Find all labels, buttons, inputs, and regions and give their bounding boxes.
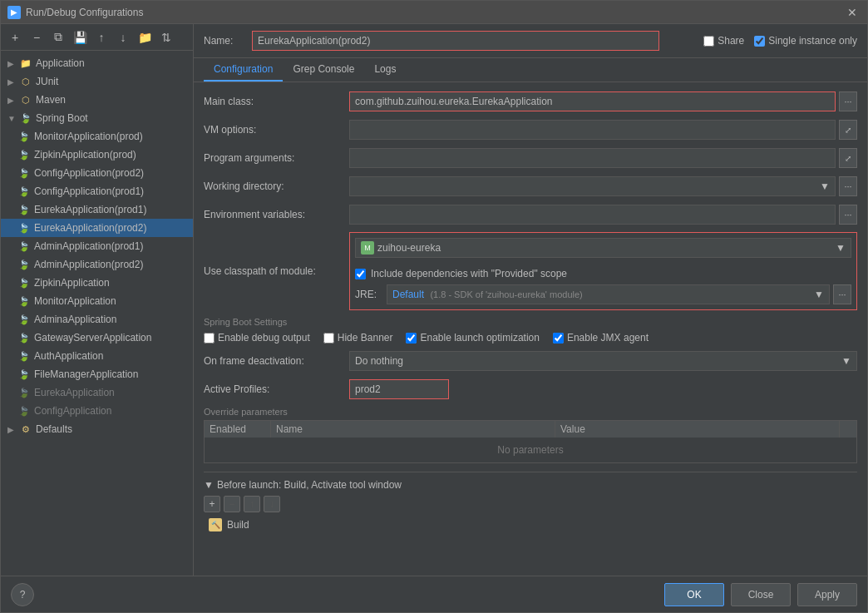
- tree-arrow: ▶: [7, 59, 19, 68]
- tree-item-defaults[interactable]: ▶ ⚙ Defaults: [1, 420, 193, 438]
- close-button[interactable]: Close: [731, 583, 791, 606]
- override-header: Override parameters: [204, 407, 857, 417]
- working-dir-row: Working directory: ▼ ···: [204, 175, 857, 197]
- module-select[interactable]: M zuihou-eureka ▼: [355, 238, 851, 258]
- close-button[interactable]: ✕: [844, 4, 861, 21]
- program-args-expand-button[interactable]: ⤢: [839, 148, 857, 168]
- enable-launch-label[interactable]: Enable launch optimization: [406, 332, 539, 344]
- main-class-browse-button[interactable]: ···: [839, 91, 857, 111]
- tree-item-config-disabled[interactable]: 🍃 ConfigApplication: [1, 402, 193, 420]
- move-down-button[interactable]: ↓: [114, 28, 132, 47]
- enable-jmx-text: Enable JMX agent: [567, 332, 649, 344]
- name-input[interactable]: [252, 31, 659, 51]
- module-icon: M: [361, 241, 374, 255]
- on-frame-select[interactable]: Do nothing ▼: [349, 351, 857, 371]
- tree-item-zipkin[interactable]: 🍃 ZipkinApplication: [1, 274, 193, 292]
- tree-item-config-prod1[interactable]: 🍃 ConfigApplication(prod1): [1, 182, 193, 200]
- hide-banner-label[interactable]: Hide Banner: [323, 332, 393, 344]
- tree-item-label: Spring Boot: [36, 112, 88, 124]
- share-checkbox[interactable]: [703, 36, 714, 47]
- params-thead: Enabled Name Value: [205, 421, 856, 438]
- program-args-input[interactable]: [349, 148, 836, 168]
- single-instance-checkbox-row[interactable]: Single instance only: [754, 35, 857, 47]
- tree-item-zipkin-prod[interactable]: 🍃 ZipkinApplication(prod): [1, 146, 193, 164]
- include-deps-row[interactable]: Include dependencies with "Provided" sco…: [355, 268, 851, 279]
- module-name: zuihou-eureka: [377, 242, 441, 254]
- env-vars-browse-button[interactable]: ···: [839, 205, 857, 225]
- tree-item-filemanager[interactable]: 🍃 FileManagerApplication: [1, 365, 193, 383]
- vm-options-input[interactable]: [349, 120, 836, 140]
- env-vars-input[interactable]: [349, 205, 836, 225]
- name-label: Name:: [204, 35, 245, 47]
- move-up-button[interactable]: ↑: [92, 28, 111, 47]
- ok-button[interactable]: OK: [664, 583, 724, 606]
- tree-item-admina[interactable]: 🍃 AdminaApplication: [1, 310, 193, 329]
- override-section: Override parameters Enabled Name Value N…: [204, 407, 857, 463]
- enable-debug-checkbox[interactable]: [204, 333, 215, 344]
- vm-options-expand-button[interactable]: ⤢: [839, 120, 857, 140]
- tree-item-monitor[interactable]: 🍃 MonitorApplication: [1, 292, 193, 310]
- bl-add-button[interactable]: +: [204, 496, 220, 512]
- tree-item-label: EurekaApplication(prod2): [34, 222, 146, 234]
- left-panel: + − ⧉ 💾 ↑ ↓ 📁 ⇅ ▶ 📁 Application ▶: [1, 24, 194, 576]
- on-frame-field: Do nothing ▼: [349, 351, 857, 371]
- share-checkbox-row[interactable]: Share: [703, 35, 744, 47]
- enable-jmx-checkbox[interactable]: [553, 333, 564, 344]
- tree-item-application[interactable]: ▶ 📁 Application: [1, 54, 193, 72]
- remove-config-button[interactable]: −: [27, 28, 46, 47]
- active-profiles-input[interactable]: [349, 379, 449, 399]
- enable-jmx-label[interactable]: Enable JMX agent: [553, 332, 649, 344]
- tree-item-monitor-prod[interactable]: 🍃 MonitorApplication(prod): [1, 127, 193, 146]
- working-dir-select[interactable]: ▼: [349, 176, 836, 196]
- tree-item-eureka-prod1[interactable]: 🍃 EurekaApplication(prod1): [1, 200, 193, 219]
- single-instance-checkbox[interactable]: [754, 36, 765, 47]
- jre-browse-button[interactable]: ···: [833, 284, 851, 304]
- save-config-button[interactable]: 💾: [71, 28, 89, 47]
- tree-item-admin-prod2[interactable]: 🍃 AdminApplication(prod2): [1, 255, 193, 274]
- env-vars-row: Environment variables: ···: [204, 204, 857, 225]
- tree-item-eureka-prod2[interactable]: 🍃 EurekaApplication(prod2): [1, 219, 193, 237]
- app-icon: 🍃: [17, 203, 31, 216]
- tab-logs[interactable]: Logs: [364, 58, 406, 82]
- help-button[interactable]: ?: [11, 583, 34, 606]
- enable-launch-checkbox[interactable]: [406, 333, 417, 344]
- tree-item-maven[interactable]: ▶ ⬡ Maven: [1, 91, 193, 109]
- enable-debug-label[interactable]: Enable debug output: [204, 332, 310, 344]
- active-profiles-row: Active Profiles:: [204, 378, 857, 400]
- jre-sdk-text: (1.8 - SDK of 'zuihou-eureka' module): [430, 289, 582, 299]
- tab-grep-console[interactable]: Grep Console: [283, 58, 364, 82]
- on-frame-label: On frame deactivation:: [204, 355, 349, 367]
- jre-select[interactable]: Default (1.8 - SDK of 'zuihou-eureka' mo…: [387, 284, 830, 304]
- program-args-label: Program arguments:: [204, 152, 349, 164]
- tree-item-config-prod2[interactable]: 🍃 ConfigApplication(prod2): [1, 164, 193, 182]
- tree-item-admin-prod1[interactable]: 🍃 AdminApplication(prod1): [1, 237, 193, 255]
- main-class-input[interactable]: [349, 91, 836, 111]
- tree-item-junit[interactable]: ▶ ⬡ JUnit: [1, 72, 193, 91]
- run-debug-dialog: ▶ Run/Debug Configurations ✕ + − ⧉ 💾 ↑ ↓…: [0, 0, 868, 613]
- bl-down-button[interactable]: ↓: [264, 496, 280, 512]
- tree-item-gateway[interactable]: 🍃 GatewayServerApplication: [1, 329, 193, 347]
- tabs-bar: Configuration Grep Console Logs: [194, 58, 867, 82]
- tree-item-label: ZipkinApplication(prod): [34, 149, 136, 161]
- collapse-icon: ▼: [204, 479, 214, 491]
- tree-item-springboot[interactable]: ▼ 🍃 Spring Boot: [1, 109, 193, 127]
- bl-remove-button[interactable]: −: [224, 496, 240, 512]
- build-item: 🔨 Build: [204, 516, 857, 534]
- include-deps-checkbox[interactable]: [355, 269, 366, 279]
- tree-item-auth[interactable]: 🍃 AuthApplication: [1, 347, 193, 365]
- copy-config-button[interactable]: ⧉: [49, 28, 67, 47]
- tree-toolbar: + − ⧉ 💾 ↑ ↓ 📁 ⇅: [1, 24, 193, 51]
- apply-button[interactable]: Apply: [797, 583, 857, 606]
- tree-item-eureka-disabled[interactable]: 🍃 EurekaApplication: [1, 383, 193, 402]
- chevron-down-icon: ▼: [841, 355, 851, 367]
- hide-banner-checkbox[interactable]: [323, 333, 334, 344]
- on-frame-row: On frame deactivation: Do nothing ▼: [204, 350, 857, 372]
- app-icon: 🍃: [17, 404, 31, 418]
- working-dir-browse-button[interactable]: ···: [839, 176, 857, 196]
- bl-up-button[interactable]: ↑: [244, 496, 260, 512]
- add-config-button[interactable]: +: [6, 28, 24, 47]
- sort-button[interactable]: ⇅: [157, 28, 175, 47]
- before-launch-header[interactable]: ▼ Before launch: Build, Activate tool wi…: [204, 479, 857, 491]
- folder-button[interactable]: 📁: [136, 28, 154, 47]
- tab-configuration[interactable]: Configuration: [204, 58, 283, 82]
